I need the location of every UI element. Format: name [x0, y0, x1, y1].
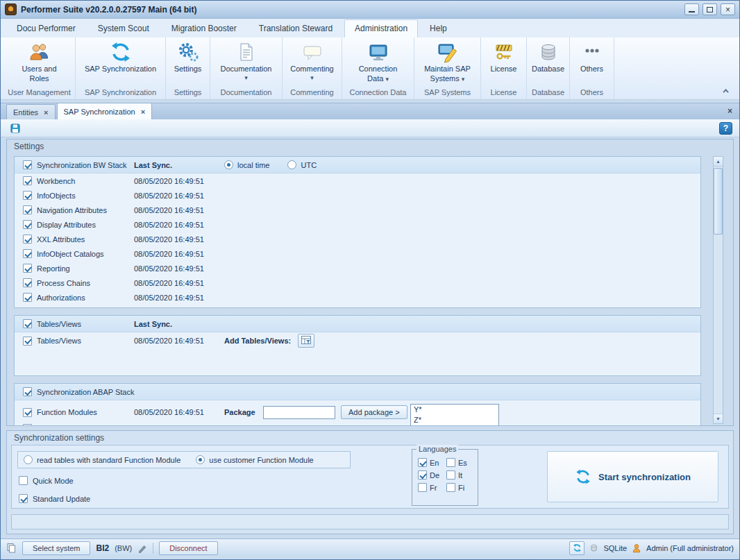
- refresh-connection-button[interactable]: [569, 541, 585, 555]
- authorizations-checkbox[interactable]: [23, 293, 32, 302]
- menu-tab-administration[interactable]: Administration: [344, 19, 418, 37]
- function-modules-checkbox[interactable]: [23, 408, 32, 417]
- sync-row: Reports 08/05/2020 16:49:51: [15, 421, 700, 425]
- users-and-roles-button[interactable]: Users and Roles: [3, 37, 75, 87]
- language-it-checkbox[interactable]: [446, 470, 455, 480]
- help-button[interactable]: ?: [719, 122, 732, 135]
- language-fi-checkbox[interactable]: [446, 483, 455, 492]
- start-synchronization-button[interactable]: Start synchronization: [547, 451, 718, 502]
- maximize-button[interactable]: [703, 3, 717, 15]
- quick-mode-label: Quick Mode: [33, 477, 74, 485]
- tables-views-checkbox[interactable]: [23, 337, 32, 346]
- reports-checkbox[interactable]: [23, 424, 32, 425]
- last-sync-value: 08/05/2020 16:49:51: [134, 192, 224, 200]
- document-tabstrip: Entities × SAP Synchronization × ×: [1, 103, 739, 119]
- maintain-sap-systems-button[interactable]: Maintain SAP Systems ▾: [414, 37, 480, 87]
- local-time-radio[interactable]: [224, 160, 233, 169]
- customer-function-module-radio[interactable]: [196, 455, 205, 464]
- scrollbar-thumb[interactable]: [714, 168, 723, 235]
- sync-icon: [573, 543, 582, 552]
- language-fr-checkbox[interactable]: [418, 483, 427, 492]
- package-list-item[interactable]: Z*: [411, 415, 498, 425]
- utc-radio[interactable]: [287, 160, 296, 169]
- package-list[interactable]: Y* Z*: [410, 404, 499, 425]
- row-label: XXL Attributes: [37, 235, 134, 244]
- sync-row: Display Attributes 08/05/2020 16:49:51: [15, 217, 700, 232]
- scroll-down-arrow[interactable]: ▼: [714, 414, 723, 423]
- workbench-checkbox[interactable]: [23, 176, 32, 185]
- standard-function-module-radio[interactable]: [24, 455, 33, 464]
- sap-synchronization-button[interactable]: SAP Synchronization: [76, 37, 165, 87]
- ribbon-item-label: Commenting: [290, 65, 333, 74]
- statusbar-right: SQLite Admin (Full administrator): [569, 541, 734, 555]
- language-row: Fr: [418, 483, 446, 492]
- infoobject-catalogs-checkbox[interactable]: [23, 249, 32, 258]
- add-tables-views-label: Add Tables/Views:: [224, 337, 291, 345]
- sync-row: InfoObject Catalogs 08/05/2020 16:49:51: [15, 246, 700, 261]
- minimize-button[interactable]: [684, 3, 699, 15]
- tabstrip-close-button[interactable]: ×: [728, 106, 732, 116]
- menu-tab-docu-performer[interactable]: Docu Performer: [6, 19, 86, 37]
- chevron-down-icon: ▾: [385, 76, 389, 83]
- window-title: Performer Suite v20.2.0.0.27597 Main (64…: [21, 5, 196, 15]
- edit-connection-icon[interactable]: [137, 543, 147, 553]
- close-tab-icon[interactable]: ×: [44, 108, 48, 117]
- ribbon-group-license: License License: [481, 37, 527, 99]
- app-icon: [5, 3, 17, 15]
- commenting-button[interactable]: Commenting ▾: [283, 37, 342, 87]
- connection-data-button[interactable]: Connection Data ▾: [342, 37, 414, 87]
- license-button[interactable]: License: [481, 37, 526, 87]
- navigation-attributes-checkbox[interactable]: [23, 205, 32, 214]
- menu-tab-migration-booster[interactable]: Migration Booster: [161, 19, 247, 37]
- close-tab-icon[interactable]: ×: [141, 108, 145, 116]
- add-tables-views-button[interactable]: [298, 334, 314, 348]
- standard-function-module-label: read tables with standard Function Modul…: [37, 456, 180, 464]
- package-list-item[interactable]: Y*: [411, 405, 498, 415]
- tab-sap-synchronization[interactable]: SAP Synchronization ×: [57, 103, 153, 119]
- menu-tab-translation-steward[interactable]: Translation Steward: [249, 19, 343, 37]
- language-label: Fr: [430, 484, 437, 492]
- tables-views-section-checkbox[interactable]: [23, 319, 32, 328]
- ribbon-item-label: Others: [580, 65, 603, 74]
- quick-mode-checkbox[interactable]: [19, 476, 28, 485]
- bw-stack-checkbox[interactable]: [23, 160, 32, 169]
- tab-entities[interactable]: Entities ×: [6, 104, 56, 119]
- others-button[interactable]: Others: [570, 37, 614, 87]
- abap-stack-checkbox[interactable]: [23, 387, 32, 396]
- row-label: Tables/Views: [37, 337, 134, 345]
- language-row: Fi: [446, 483, 475, 492]
- row-label: Display Attributes: [37, 221, 134, 229]
- scroll-up-arrow[interactable]: ▲: [714, 157, 723, 167]
- close-button[interactable]: ×: [721, 3, 735, 15]
- tab-label: Entities: [13, 108, 38, 117]
- sync-row: Tables/Views 08/05/2020 16:49:51 Add Tab…: [15, 332, 700, 349]
- menu-tab-help[interactable]: Help: [419, 19, 457, 37]
- menu-tab-system-scout[interactable]: System Scout: [87, 19, 160, 37]
- package-input[interactable]: [263, 406, 335, 419]
- settings-button[interactable]: Settings: [166, 37, 210, 87]
- display-attributes-checkbox[interactable]: [23, 220, 32, 229]
- sync-row: Process Chains 08/05/2020 16:49:51: [15, 275, 700, 290]
- users-icon: [28, 41, 51, 63]
- current-user: Admin (Full administrator): [646, 544, 734, 552]
- language-de-checkbox[interactable]: [418, 470, 427, 480]
- settings-caption: Settings: [7, 139, 733, 153]
- documentation-button[interactable]: Documentation ▾: [210, 37, 282, 87]
- infoobjects-checkbox[interactable]: [23, 191, 32, 200]
- xxl-attributes-checkbox[interactable]: [23, 235, 32, 244]
- select-system-button[interactable]: Select system: [22, 541, 90, 555]
- save-button[interactable]: [8, 121, 23, 135]
- standard-update-checkbox[interactable]: [19, 494, 28, 503]
- add-package-button[interactable]: Add package >: [341, 405, 407, 419]
- database-button[interactable]: Database: [527, 37, 569, 87]
- section-title: Synchronization ABAP Stack: [37, 388, 134, 396]
- process-chains-checkbox[interactable]: [23, 278, 32, 287]
- sync-row: Reporting 08/05/2020 16:49:51: [15, 261, 700, 275]
- language-en-checkbox[interactable]: [418, 458, 427, 467]
- ribbon-collapse-button[interactable]: [721, 86, 732, 96]
- reporting-checkbox[interactable]: [23, 264, 32, 273]
- disconnect-button[interactable]: Disconnect: [159, 541, 217, 555]
- language-es-checkbox[interactable]: [446, 458, 455, 467]
- vertical-scrollbar[interactable]: ▲ ▼: [713, 156, 723, 424]
- window-controls: ×: [684, 3, 735, 15]
